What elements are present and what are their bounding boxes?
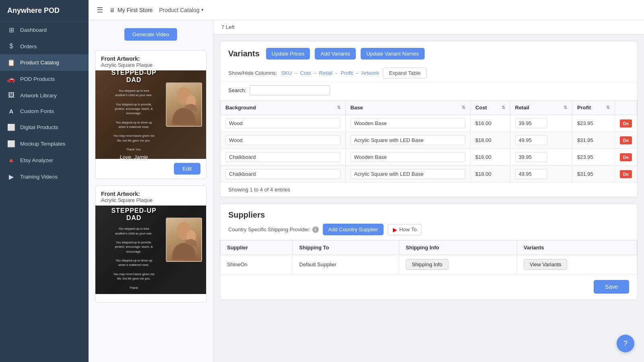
artwork-1-text-area: STEPPED-UP DAD You stepped-up to love an… xyxy=(95,70,170,159)
expand-table-button[interactable]: Expand Table xyxy=(383,68,427,78)
menu-icon[interactable]: ☰ xyxy=(97,6,103,14)
sidebar-item-label: Product Catalog xyxy=(20,60,59,66)
link-artwork[interactable]: Artwork xyxy=(361,70,379,76)
base-input[interactable] xyxy=(351,152,466,162)
help-icon: ? xyxy=(623,339,627,348)
artwork-1-image: STEPPED-UP DAD You stepped-up to love an… xyxy=(95,70,206,159)
show-hide-links[interactable]: SKU – Cost – Retail – Profit – Artwork xyxy=(280,70,380,76)
link-retail[interactable]: Retail xyxy=(319,70,332,76)
cell-background xyxy=(221,166,346,183)
sidebar-item-etsy-analyzer[interactable]: 🔺 Etsy Analyzer xyxy=(0,152,89,169)
sidebar-item-training-videos[interactable]: ▶ Training Videos xyxy=(0,169,89,185)
cell-base xyxy=(345,166,471,183)
sidebar-item-label: Orders xyxy=(20,43,37,49)
cell-profit: $23.95 xyxy=(572,115,615,132)
update-variant-names-button[interactable]: Update Variant Names xyxy=(361,48,425,60)
th-base[interactable]: Base ⇅ xyxy=(345,101,471,115)
retail-input[interactable] xyxy=(515,169,547,179)
sidebar-item-custom-fonts[interactable]: A Custom Fonts xyxy=(0,103,89,119)
artwork-1-photo xyxy=(166,82,202,127)
save-button[interactable]: Save xyxy=(594,280,629,294)
delete-variant-button[interactable]: De xyxy=(620,170,632,178)
cell-variants: View Variants xyxy=(517,255,637,274)
sidebar-item-pod-products[interactable]: 🚗 POD Products xyxy=(0,71,89,87)
cell-base xyxy=(345,132,471,149)
delete-variant-button[interactable]: De xyxy=(620,136,632,144)
background-input[interactable] xyxy=(225,135,341,145)
product-catalog-icon: 📋 xyxy=(7,59,15,66)
items-left: 7 Left xyxy=(221,24,235,30)
background-input[interactable] xyxy=(225,169,341,179)
sidebar-item-artwork-library[interactable]: 🖼 Artwork Library xyxy=(0,87,89,103)
sort-icon-base: ⇅ xyxy=(462,105,465,110)
artwork-card-1: Front Artwork: Acrylic Square Plaque STE… xyxy=(95,50,206,179)
search-row: Search: xyxy=(220,82,637,100)
cell-shipping-info: Shipping Info xyxy=(399,255,517,274)
cell-supplier: ShineOn xyxy=(221,255,293,274)
custom-fonts-icon: A xyxy=(7,108,15,115)
background-input[interactable] xyxy=(225,152,341,162)
etsy-analyzer-icon: 🔺 xyxy=(7,156,15,164)
th-variants: Variants xyxy=(517,241,637,255)
table-row: $16.00 $23.95 De xyxy=(221,115,637,132)
artwork-2-text-area: STEPPED-UP DAD You stepped-up to love an… xyxy=(95,206,170,294)
cell-action: De xyxy=(615,166,637,183)
add-country-supplier-button[interactable]: Add Country Supplier xyxy=(323,224,384,235)
link-cost[interactable]: Cost xyxy=(300,70,311,76)
sidebar-item-orders[interactable]: $ Orders xyxy=(0,38,89,54)
generate-video-button[interactable]: Generate Video xyxy=(124,28,177,41)
sidebar-item-digital-products[interactable]: ⬜ Digital Products xyxy=(0,119,89,136)
shipping-info-button[interactable]: Shipping Info xyxy=(406,259,448,270)
th-cost[interactable]: Cost ⇅ xyxy=(471,101,510,115)
th-retail[interactable]: Retail ⇅ xyxy=(510,101,572,115)
help-button[interactable]: ? xyxy=(617,335,634,352)
mockup-templates-icon: ⬜ xyxy=(7,140,15,148)
youtube-icon: ▶ xyxy=(393,226,397,233)
suppliers-title: Suppliers xyxy=(228,210,265,220)
store-selector[interactable]: 🖥 My First Store xyxy=(109,7,153,13)
link-profit[interactable]: Profit xyxy=(341,70,353,76)
sidebar-item-dashboard[interactable]: ⊞ Dashboard xyxy=(0,22,89,38)
background-input[interactable] xyxy=(225,118,341,128)
sidebar-item-mockup-templates[interactable]: ⬜ Mockup Templates xyxy=(0,136,89,152)
th-supplier: Supplier xyxy=(221,241,293,255)
sort-icon-background: ⇅ xyxy=(337,105,341,110)
cell-background xyxy=(221,132,346,149)
retail-input[interactable] xyxy=(515,118,547,128)
retail-input[interactable] xyxy=(515,152,547,162)
th-shipping-info: Shipping Info xyxy=(399,241,517,255)
cell-action: De xyxy=(615,149,637,166)
update-prices-button[interactable]: Update Prices xyxy=(266,48,310,60)
orders-icon: $ xyxy=(7,43,15,50)
suppliers-table: Supplier Shipping To Shipping Info Varia… xyxy=(220,240,637,274)
sort-icon-cost: ⇅ xyxy=(502,105,505,110)
artwork-1-edit-button[interactable]: Edit xyxy=(174,163,200,175)
main-area: ☰ 🖥 My First Store Product Catalog ▾ Gen… xyxy=(89,0,644,362)
delete-variant-button[interactable]: De xyxy=(620,153,632,161)
artwork-1-main-text: STEPPED-UP DAD xyxy=(101,70,167,84)
cell-retail xyxy=(510,132,572,149)
add-variants-button[interactable]: Add Variants xyxy=(315,48,355,60)
cell-profit: $23.95 xyxy=(572,149,615,166)
base-input[interactable] xyxy=(351,135,466,145)
th-profit[interactable]: Profit ⇅ xyxy=(572,101,615,115)
view-variants-button[interactable]: View Variants xyxy=(524,259,567,270)
search-input[interactable] xyxy=(250,85,330,95)
base-input[interactable] xyxy=(351,118,466,128)
table-row: $18.00 $31.95 De xyxy=(221,132,637,149)
variants-table-wrapper: Background ⇅ Base ⇅ xyxy=(220,100,637,183)
th-background[interactable]: Background ⇅ xyxy=(221,101,346,115)
cell-cost: $18.00 xyxy=(471,132,510,149)
artwork-1-body: You stepped-up to love another's child a… xyxy=(101,86,167,154)
delete-variant-button[interactable]: De xyxy=(620,119,632,128)
base-input[interactable] xyxy=(351,169,466,179)
breadcrumb[interactable]: Product Catalog ▾ xyxy=(159,7,203,13)
variants-table: Background ⇅ Base ⇅ xyxy=(220,100,637,183)
info-icon: i xyxy=(312,226,319,233)
suppliers-table-wrapper: Supplier Shipping To Shipping Info Varia… xyxy=(220,240,637,274)
link-sku[interactable]: SKU xyxy=(281,70,292,76)
variants-title: Variants xyxy=(228,49,260,58)
sidebar-item-product-catalog[interactable]: 📋 Product Catalog xyxy=(0,54,89,71)
retail-input[interactable] xyxy=(515,135,547,145)
how-to-button[interactable]: ▶ How To xyxy=(388,224,422,235)
